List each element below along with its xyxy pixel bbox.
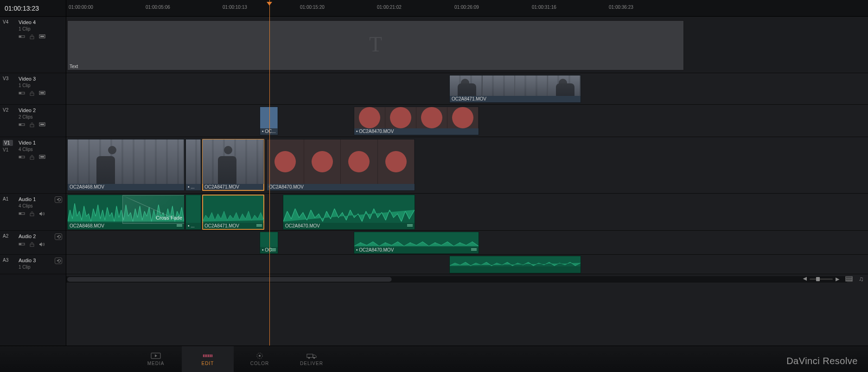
lock-icon[interactable] — [29, 154, 35, 160]
video-clip[interactable]: • ... — [185, 139, 201, 191]
auto-select-icon[interactable] — [19, 34, 25, 39]
track-header-a1[interactable]: A1 ⟲ Audio 1 4 Clips — [0, 194, 66, 231]
track-header-v1[interactable]: V1 V1 Video 1 4 Clips — [0, 137, 66, 194]
speaker-icon[interactable] — [39, 241, 45, 247]
svg-marker-30 — [155, 354, 157, 357]
track-lane-a2[interactable]: • OC... • OC2A8470.MOV — [66, 231, 868, 255]
track-name: Video 2 — [19, 107, 62, 113]
page-media[interactable]: MEDIA — [130, 346, 182, 372]
timeline-canvas[interactable]: 01:00:00:0001:00:05:0601:00:10:1301:00:1… — [66, 0, 868, 346]
lock-icon[interactable] — [29, 34, 35, 39]
time-ruler[interactable]: 01:00:00:0001:00:05:0601:00:10:1301:00:1… — [66, 0, 868, 17]
music-icon[interactable]: ♫ — [857, 275, 865, 283]
zoom-out-icon[interactable]: ▶ — [803, 276, 807, 282]
ruler-tick: 01:00:05:06 — [146, 5, 170, 10]
zoom-knob[interactable] — [816, 277, 820, 281]
svg-point-38 — [259, 355, 261, 357]
stack-view-icon[interactable] — [845, 275, 853, 283]
clip-label: OC2A8471.MOV — [452, 96, 486, 101]
clip-label: • OC2A8470.MOV — [356, 129, 394, 134]
clip-label: OC2A8471.MOV — [204, 223, 239, 228]
svg-rect-26 — [846, 277, 852, 278]
track-lane-v2[interactable]: • OC... • OC2A8470.MOV — [66, 105, 868, 137]
auto-select-icon[interactable] — [19, 90, 25, 96]
track-tag-dest[interactable]: V1 — [3, 140, 13, 146]
automation-icon[interactable]: ⟲ — [55, 233, 62, 240]
app-brand: DaVinci Resolve — [786, 356, 858, 366]
track-name: Video 1 — [19, 140, 62, 145]
audio-clip[interactable]: • ... — [185, 195, 201, 230]
svg-rect-19 — [40, 156, 44, 158]
zoom-in-icon[interactable]: ▶ — [836, 276, 839, 282]
track-lane-a3[interactable] — [66, 255, 868, 274]
svg-rect-4 — [40, 36, 44, 37]
auto-select-icon[interactable] — [19, 154, 25, 160]
speaker-icon[interactable] — [39, 211, 45, 216]
timeline-scrollbar[interactable] — [66, 276, 847, 283]
track-header-v4[interactable]: V4 Video 4 1 Clip — [0, 17, 66, 73]
automation-icon[interactable]: ⟲ — [55, 258, 62, 264]
track-tag: V1 — [3, 147, 8, 152]
lock-icon[interactable] — [29, 90, 35, 96]
video-clip[interactable]: • OC... — [260, 107, 278, 135]
track-lane-v1[interactable]: OC2A8468.MOV • ... OC2A8471.MOV OC2A8470… — [66, 137, 868, 194]
title-clip[interactable]: T Text — [67, 20, 684, 70]
audio-clip[interactable]: • OC2A8470.MOV — [354, 232, 479, 254]
svg-rect-7 — [30, 93, 34, 95]
svg-point-40 — [308, 357, 310, 359]
audio-clip[interactable] — [449, 256, 581, 273]
lock-icon[interactable] — [29, 241, 35, 247]
lock-icon[interactable] — [29, 211, 35, 216]
timeline: 01:00:13:23 V4 Video 4 1 Clip V3 Video 3… — [0, 0, 868, 346]
playhead-marker[interactable] — [267, 2, 272, 6]
scrollbar-thumb[interactable] — [67, 277, 392, 282]
track-lane-v4[interactable]: T Text — [66, 17, 868, 73]
video-clip[interactable]: OC2A8470.MOV — [267, 139, 415, 191]
automation-icon[interactable]: ⟲ — [55, 196, 62, 203]
svg-rect-34 — [207, 354, 208, 357]
title-glyph: T — [369, 32, 382, 57]
monitor-icon[interactable] — [39, 34, 45, 39]
track-header-v3[interactable]: V3 Video 3 1 Clip — [0, 73, 66, 105]
svg-rect-1 — [19, 36, 21, 38]
svg-rect-33 — [205, 354, 206, 357]
page-edit[interactable]: EDIT — [182, 346, 234, 372]
lock-icon[interactable] — [29, 122, 35, 127]
monitor-icon[interactable] — [39, 90, 45, 96]
zoom-slider[interactable]: ▶ ▶ — [803, 276, 839, 282]
audio-clip[interactable]: OC2A8468.MOV Cross Fade — [67, 195, 185, 230]
svg-rect-35 — [209, 354, 210, 357]
auto-select-icon[interactable] — [19, 241, 25, 247]
clip-label: • OC2A8470.MOV — [356, 247, 394, 252]
audio-clip[interactable]: OC2A8470.MOV — [283, 195, 415, 230]
ruler-tick: 01:00:15:20 — [300, 5, 325, 10]
auto-select-icon[interactable] — [19, 122, 25, 127]
page-deliver[interactable]: DELIVER — [286, 346, 338, 372]
video-clip[interactable]: OC2A8468.MOV — [67, 139, 185, 191]
video-clip-selected[interactable]: OC2A8471.MOV — [202, 139, 264, 191]
monitor-icon[interactable] — [39, 154, 45, 160]
deliver-icon — [306, 353, 317, 359]
crossfade-label: Cross Fade — [156, 215, 182, 221]
clip-label: Text — [70, 64, 78, 69]
track-header-v2[interactable]: V2 Video 2 2 Clips — [0, 105, 66, 137]
track-clipcount: 4 Clips — [19, 203, 62, 208]
track-clipcount: 1 Clip — [19, 265, 62, 270]
page-color[interactable]: COLOR — [234, 346, 286, 372]
video-clip[interactable]: OC2A8471.MOV — [449, 75, 581, 103]
track-header-a2[interactable]: A2 ⟲ Audio 2 — [0, 231, 66, 255]
monitor-icon[interactable] — [39, 122, 45, 127]
svg-rect-25 — [30, 244, 34, 246]
svg-rect-32 — [204, 354, 205, 357]
media-icon — [151, 353, 161, 359]
auto-select-icon[interactable] — [19, 211, 25, 216]
audio-clip-selected[interactable]: OC2A8471.MOV — [202, 195, 264, 230]
track-tag: V2 — [3, 107, 13, 113]
video-clip[interactable]: • OC2A8470.MOV — [354, 107, 479, 135]
crossfade-transition[interactable]: Cross Fade — [122, 195, 185, 224]
clip-label: • ... — [188, 223, 195, 228]
track-header-a3[interactable]: A3 ⟲ Audio 3 1 Clip — [0, 255, 66, 274]
track-lane-v3[interactable]: OC2A8471.MOV — [66, 73, 868, 105]
track-lane-a1[interactable]: OC2A8468.MOV Cross Fade • ... OC2A8471.M… — [66, 194, 868, 231]
audio-clip[interactable]: • OC... — [260, 232, 278, 254]
